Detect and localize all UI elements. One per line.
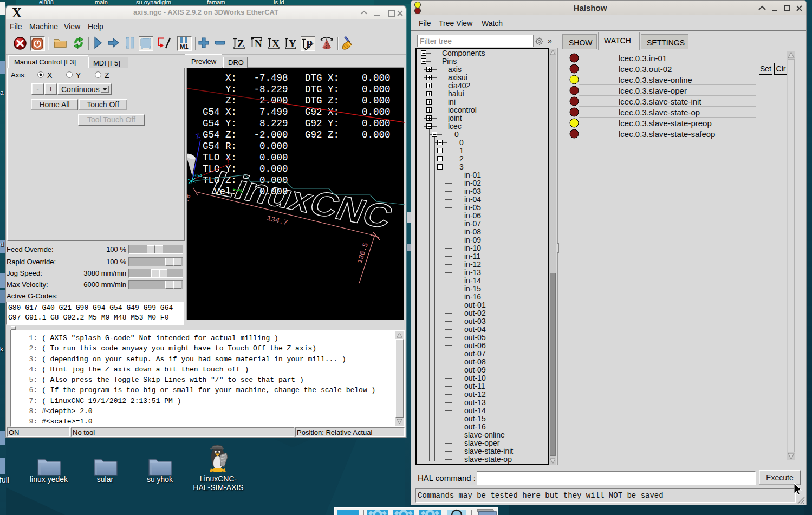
svg-text:N: N bbox=[255, 38, 262, 49]
svg-text:Pins: Pins bbox=[442, 57, 457, 66]
svg-text:Y: Y bbox=[289, 38, 296, 49]
svg-text:in-01: in-01 bbox=[464, 171, 481, 179]
svg-text:axisui: axisui bbox=[448, 73, 467, 82]
svg-text:out-04: out-04 bbox=[464, 325, 486, 334]
svg-text:slave-state-init: slave-state-init bbox=[464, 447, 513, 455]
svg-text:in-02: in-02 bbox=[464, 179, 481, 187]
svg-text:ini: ini bbox=[448, 97, 456, 106]
svg-text:0: 0 bbox=[459, 138, 464, 147]
svg-text:Components: Components bbox=[442, 49, 485, 57]
svg-text:X: X bbox=[272, 38, 280, 49]
svg-text:in-12: in-12 bbox=[464, 260, 481, 269]
svg-text:out-10: out-10 bbox=[464, 374, 486, 382]
svg-text:1: 1 bbox=[459, 146, 464, 155]
svg-text:out-02: out-02 bbox=[464, 309, 486, 317]
svg-text:in-14: in-14 bbox=[464, 276, 481, 285]
svg-text:out-15: out-15 bbox=[464, 414, 486, 423]
svg-text:M1: M1 bbox=[180, 43, 188, 50]
svg-text:out-01: out-01 bbox=[464, 301, 486, 309]
svg-text:lcec: lcec bbox=[448, 122, 462, 131]
svg-text:in-16: in-16 bbox=[464, 292, 481, 301]
svg-text:LinuxCNC: LinuxCNC bbox=[207, 164, 399, 235]
svg-text:G54: G54 bbox=[193, 173, 202, 179]
svg-text:halui: halui bbox=[448, 89, 464, 98]
svg-text:out-06: out-06 bbox=[464, 341, 486, 350]
svg-text:out-07: out-07 bbox=[464, 349, 486, 358]
svg-text:out-11: out-11 bbox=[464, 382, 485, 390]
svg-text:in-04: in-04 bbox=[464, 195, 481, 204]
svg-text:134.7: 134.7 bbox=[266, 214, 288, 227]
svg-text:in-10: in-10 bbox=[464, 244, 481, 252]
svg-text:.8: .8 bbox=[187, 193, 193, 204]
svg-text:out-13: out-13 bbox=[464, 398, 486, 407]
svg-text:out-05: out-05 bbox=[464, 333, 486, 342]
svg-text:136.5: 136.5 bbox=[356, 242, 370, 264]
svg-text:3: 3 bbox=[459, 162, 464, 171]
svg-text:slave-online: slave-online bbox=[464, 431, 505, 439]
svg-text:in-07: in-07 bbox=[464, 219, 481, 228]
svg-text:Z: Z bbox=[195, 132, 202, 141]
svg-text:P: P bbox=[306, 38, 313, 50]
svg-text:out-14: out-14 bbox=[464, 406, 486, 415]
svg-text:Z: Z bbox=[237, 38, 244, 49]
svg-text:0: 0 bbox=[454, 130, 459, 139]
svg-text:out-03: out-03 bbox=[464, 317, 486, 325]
svg-text:in-08: in-08 bbox=[464, 227, 481, 236]
svg-text:Y: Y bbox=[226, 158, 230, 165]
svg-text:joint: joint bbox=[447, 114, 462, 122]
svg-text:in-05: in-05 bbox=[464, 203, 481, 212]
svg-text:axis: axis bbox=[448, 65, 462, 74]
svg-text:in-06: in-06 bbox=[464, 211, 481, 220]
svg-text:in-11: in-11 bbox=[464, 252, 480, 260]
svg-text:out-09: out-09 bbox=[464, 366, 486, 374]
svg-text:in-13: in-13 bbox=[464, 268, 481, 277]
svg-text:out-12: out-12 bbox=[464, 390, 486, 399]
svg-text:in-09: in-09 bbox=[464, 236, 481, 244]
svg-text:out-08: out-08 bbox=[464, 357, 486, 366]
svg-text:slave-state-op: slave-state-op bbox=[464, 455, 512, 464]
svg-text:in-03: in-03 bbox=[464, 187, 481, 195]
svg-text:in-15: in-15 bbox=[464, 284, 481, 293]
svg-text:iocontrol: iocontrol bbox=[448, 106, 477, 114]
svg-text:2: 2 bbox=[459, 154, 464, 163]
svg-text:out-16: out-16 bbox=[464, 422, 486, 431]
svg-text:cia402: cia402 bbox=[448, 81, 470, 90]
svg-text:slave-oper: slave-oper bbox=[464, 439, 500, 447]
